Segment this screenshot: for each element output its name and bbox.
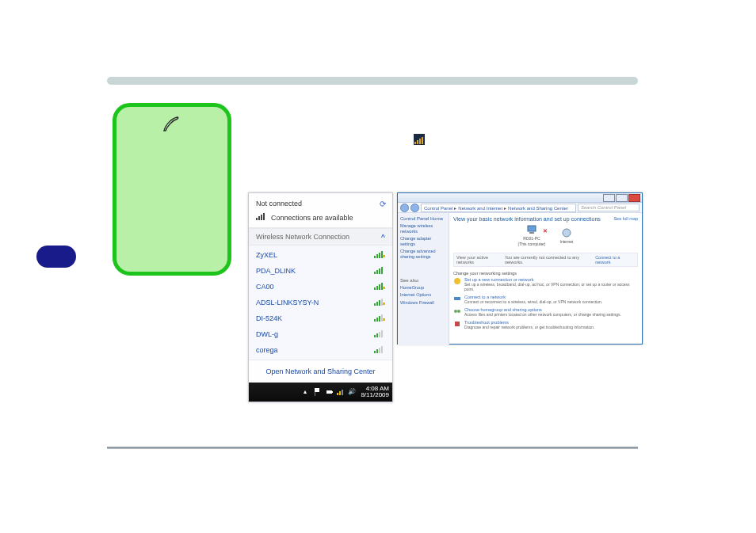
signal-icon	[374, 346, 385, 354]
minimize-button[interactable]	[603, 194, 615, 202]
svg-point-46	[454, 278, 460, 284]
svg-rect-33	[376, 349, 378, 353]
svg-rect-44	[529, 232, 534, 234]
see-full-map-link[interactable]: See full map	[613, 216, 638, 221]
link-desc: Connect or reconnect to a wireless, wire…	[464, 299, 602, 304]
connect-icon	[453, 295, 461, 303]
sidebar-heading: Control Panel Home	[400, 216, 446, 221]
wifi-status-row: Not connected ⟳ Connections are availabl…	[249, 193, 392, 228]
svg-rect-30	[379, 332, 380, 337]
volume-icon[interactable]: 🔊	[348, 388, 356, 396]
flag-icon[interactable]	[315, 388, 323, 396]
svg-rect-24	[376, 318, 378, 322]
wifi-available: Connections are available	[271, 214, 353, 222]
svg-rect-17	[383, 287, 385, 289]
svg-rect-8	[383, 255, 385, 257]
wifi-item[interactable]: DWL-g	[249, 326, 392, 342]
chevron-up-icon: ^	[381, 233, 385, 241]
troubleshoot-icon	[453, 320, 461, 328]
network-icon[interactable]	[337, 388, 345, 396]
cp-task-link[interactable]: Choose homegroup and sharing optionsAcce…	[453, 307, 638, 317]
svg-rect-15	[379, 284, 380, 290]
sidebar-link[interactable]: Change adapter settings	[400, 236, 446, 246]
node-sublabel: (This computer)	[518, 242, 546, 246]
page-title: View your basic network information and …	[453, 216, 638, 222]
pen-icon	[162, 116, 180, 132]
internet-node: Internet	[560, 228, 574, 244]
back-button[interactable]	[400, 204, 409, 212]
wifi-item[interactable]: CA00	[249, 279, 392, 295]
sidebar-link[interactable]: Windows Firewall	[400, 300, 446, 306]
search-input[interactable]: Search Control Panel	[578, 204, 640, 211]
refresh-icon[interactable]: ⟳	[380, 200, 386, 208]
this-computer-node: RD01-PC (This computer)	[518, 225, 546, 246]
active-networks: View your active networks You are curren…	[453, 253, 638, 267]
close-button[interactable]	[628, 194, 640, 202]
wifi-network-list: ZyXEL PDA_DLINK CA00 ADSL-LINKSYSY-N DI-…	[249, 246, 392, 360]
signal-icon	[256, 212, 267, 223]
svg-rect-36	[315, 388, 319, 392]
svg-rect-27	[383, 318, 385, 321]
breadcrumb[interactable]: Control Panel▸Network and Internet▸Netwo…	[421, 204, 576, 212]
wifi-item-label: DWL-g	[256, 330, 278, 338]
wifi-item[interactable]: DI-524K	[249, 310, 392, 326]
svg-rect-11	[379, 268, 380, 274]
svg-rect-2	[261, 215, 262, 220]
sidebar-link[interactable]: Manage wireless networks	[400, 223, 446, 234]
svg-rect-38	[326, 390, 332, 394]
node-label: Internet	[560, 239, 574, 244]
cp-task-link[interactable]: Troubleshoot problemsDiagnose and repair…	[453, 320, 638, 329]
svg-rect-47	[454, 297, 460, 300]
svg-rect-42	[342, 390, 343, 395]
signal-icon	[374, 283, 385, 291]
connect-network-link[interactable]: Connect to a network	[595, 255, 635, 265]
node-label: RD01-PC	[518, 236, 546, 241]
clock[interactable]: 4:08 AM 8/11/2009	[361, 386, 389, 399]
svg-rect-34	[379, 348, 380, 353]
svg-rect-26	[381, 314, 383, 322]
link-desc: Diagnose and repair network problems, or…	[464, 325, 595, 329]
breadcrumb-item: Network and Internet	[458, 206, 502, 211]
link-desc: Access files and printers located on oth…	[464, 312, 621, 317]
wifi-item[interactable]: corega	[249, 342, 392, 358]
wifi-section-header[interactable]: Wireless Network Connection ^	[249, 228, 392, 246]
svg-rect-19	[376, 302, 378, 306]
svg-rect-14	[376, 286, 378, 290]
cp-task-link[interactable]: Set up a new connection or networkSet up…	[453, 277, 638, 291]
wifi-item-label: ADSL-LINKSYSY-N	[256, 299, 319, 306]
svg-point-48	[454, 310, 457, 313]
sidebar-link[interactable]: Internet Options	[400, 292, 446, 298]
network-sharing-center-window: Control Panel▸Network and Internet▸Netwo…	[397, 192, 643, 345]
tray-arrow-icon[interactable]: ▴	[304, 388, 311, 396]
wifi-item-label: CA00	[256, 283, 274, 291]
svg-rect-43	[528, 226, 536, 231]
wifi-item[interactable]: ZyXEL	[249, 247, 392, 263]
svg-rect-29	[376, 333, 378, 337]
wifi-status: Not connected	[256, 200, 385, 207]
svg-rect-32	[374, 351, 376, 353]
settings-heading: Change your networking settings	[453, 271, 638, 276]
svg-rect-3	[263, 213, 265, 220]
connection-broken-icon: ✕	[543, 228, 548, 234]
globe-icon	[561, 228, 572, 238]
page-title-text: View your basic network information and …	[453, 216, 601, 222]
svg-rect-40	[337, 393, 338, 395]
maximize-button[interactable]	[616, 194, 628, 202]
top-divider	[107, 77, 638, 85]
svg-point-49	[457, 310, 460, 313]
wifi-item-label: ZyXEL	[256, 251, 277, 259]
sidebar-link[interactable]: Change advanced sharing settings	[400, 249, 446, 259]
cp-task-link[interactable]: Connect to a networkConnect or reconnect…	[453, 295, 638, 304]
main-content: View your basic network information and …	[449, 213, 642, 345]
wifi-item[interactable]: PDA_DLINK	[249, 263, 392, 279]
svg-rect-21	[381, 299, 383, 306]
svg-rect-31	[381, 330, 383, 337]
breadcrumb-item: Control Panel	[424, 206, 452, 211]
wifi-item[interactable]: ADSL-LINKSYSY-N	[249, 295, 392, 310]
sidebar-link[interactable]: HomeGroup	[400, 285, 446, 291]
network-tray-icon	[414, 134, 425, 145]
power-icon[interactable]	[326, 388, 334, 396]
open-network-center-link[interactable]: Open Network and Sharing Center	[249, 360, 392, 383]
svg-rect-20	[379, 300, 380, 306]
forward-button[interactable]	[410, 204, 419, 212]
